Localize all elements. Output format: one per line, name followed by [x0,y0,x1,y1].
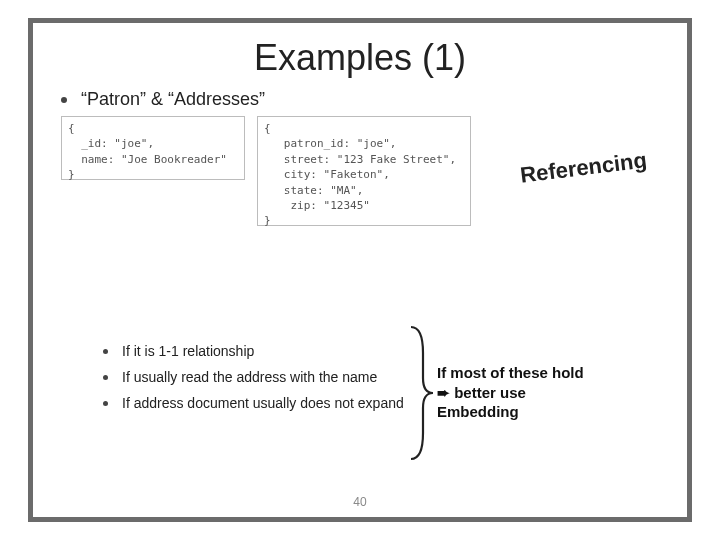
code-box-patron: { _id: "joe", name: "Joe Bookreader" } [61,116,245,180]
conclusion-line1: If most of these hold [437,363,647,383]
slide-title: Examples (1) [33,37,687,79]
condition-row: If address document usually does not exp… [103,395,437,411]
conditions-list: If it is 1-1 relationship If usually rea… [103,333,437,422]
condition-text: If address document usually does not exp… [122,395,404,411]
condition-row: If usually read the address with the nam… [103,369,437,385]
condition-text: If usually read the address with the nam… [122,369,377,385]
conclusion-box: If most of these hold ➨ better use Embed… [437,333,647,422]
intro-bullet-row: “Patron” & “Addresses” [61,89,659,110]
bullet-dot-icon [61,97,67,103]
bullet-dot-icon [103,349,108,354]
bullet-dot-icon [103,375,108,380]
lower-row: If it is 1-1 relationship If usually rea… [103,333,647,422]
slide-frame: Examples (1) “Patron” & “Addresses” { _i… [28,18,692,522]
bullet-dot-icon [103,401,108,406]
slide: Examples (1) “Patron” & “Addresses” { _i… [0,0,720,540]
intro-bullet-text: “Patron” & “Addresses” [81,89,265,110]
condition-text: If it is 1-1 relationship [122,343,254,359]
code-box-address: { patron_id: "joe", street: "123 Fake St… [257,116,471,226]
arrow-right-icon: ➨ [437,383,450,403]
conclusion-line2-rest: better use [450,384,526,401]
page-number: 40 [33,495,687,509]
conclusion-line3: Embedding [437,402,647,422]
conclusion-line2: ➨ better use [437,383,647,403]
condition-row: If it is 1-1 relationship [103,343,437,359]
